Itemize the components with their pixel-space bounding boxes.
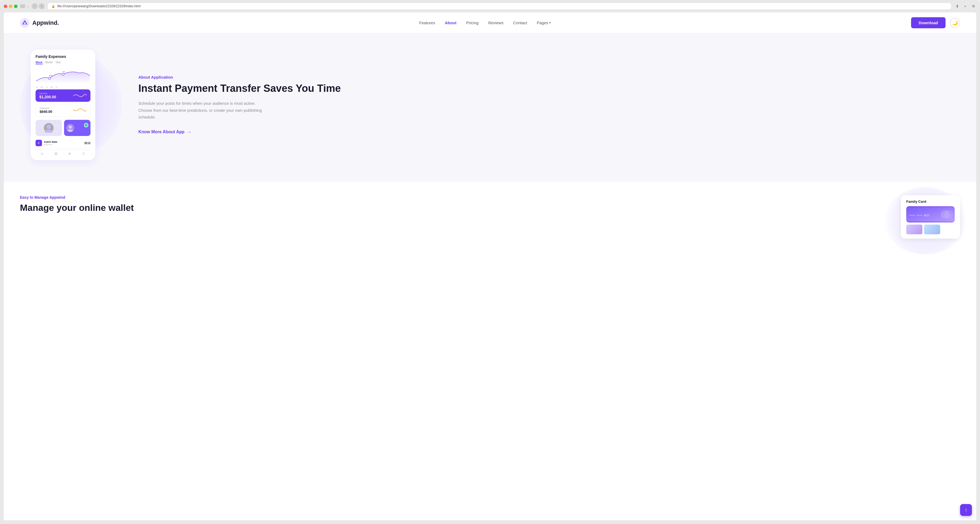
bottom-section-title: Manage your online wallet <box>20 202 482 213</box>
small-card-previews <box>906 225 955 234</box>
svg-text:x34: x34 <box>49 74 52 77</box>
split-view-icon[interactable]: ⧉ <box>970 3 976 9</box>
about-content: About Application Instant Payment Transf… <box>138 75 960 135</box>
transaction-sub: payment <box>44 143 84 146</box>
phone-ui: Family Expenses Week Month Year <box>31 49 95 160</box>
close-button[interactable] <box>4 5 7 8</box>
chart-area: x34 x9 <box>35 68 91 84</box>
phone-mockup-container: Family Expenses Week Month Year <box>20 49 122 160</box>
phone-tab-year[interactable]: Year <box>56 61 61 64</box>
phone-nav-home-icon[interactable]: ⌂ <box>41 151 43 155</box>
contact-card-2 <box>64 120 91 136</box>
phone-bottom-nav: ⌂ ▤ ◈ ⊙ <box>35 149 91 155</box>
income-card: Income $1,200.00 <box>35 89 91 102</box>
svg-point-3 <box>62 73 64 75</box>
about-section-desc: Schedule your posts for times when your … <box>138 100 267 121</box>
online-indicator <box>84 123 88 127</box>
transaction-name: Katrin Mate <box>44 140 84 143</box>
know-more-arrow-icon: → <box>186 129 191 135</box>
back-arrow[interactable]: ‹ <box>32 3 38 9</box>
svg-point-7 <box>68 126 72 129</box>
income-wave-icon <box>73 92 87 99</box>
know-more-label: Know More About App <box>138 129 185 134</box>
scroll-to-top-button[interactable]: ↑ <box>960 504 972 516</box>
main-content: Family Expenses Week Month Year <box>4 33 976 182</box>
contact-card-1 <box>35 120 62 136</box>
about-section-label: About Application <box>138 75 960 80</box>
svg-point-1 <box>48 77 51 80</box>
transaction-row: K Katrin Mate payment $112 <box>35 138 91 148</box>
add-tab-icon[interactable]: + <box>962 3 968 9</box>
bottom-left: Easy to Manage Appwind Manage your onlin… <box>20 195 482 213</box>
svg-point-8 <box>67 129 73 132</box>
forward-arrow[interactable]: › <box>39 3 45 9</box>
chart-svg: x34 x9 <box>35 68 91 84</box>
phone-nav-wallet-icon[interactable]: ◈ <box>68 151 71 155</box>
transaction-icon: K <box>35 140 42 146</box>
svg-point-5 <box>46 125 51 129</box>
logo[interactable]: Appwind. <box>20 18 59 28</box>
nav-pricing[interactable]: Pricing <box>466 21 479 25</box>
outcome-wave-icon <box>73 107 86 113</box>
chart-labels: Su Mo Tu We Th <box>35 86 91 88</box>
sidebar-toggle[interactable] <box>20 4 25 8</box>
outcome-value: $840.00 <box>40 110 52 114</box>
nav-reviews[interactable]: Reviews <box>488 21 503 25</box>
transaction-info: Katrin Mate payment <box>44 140 84 146</box>
browser-actions: ⬆ + ⧉ <box>954 3 976 9</box>
bottom-section: Easy to Manage Appwind Manage your onlin… <box>4 182 976 247</box>
url-bar[interactable]: 🔒 file:///Users/janewang/Downloads/22329… <box>48 3 951 10</box>
logo-icon <box>20 18 30 28</box>
phone-nav-chart-icon[interactable]: ▤ <box>54 151 57 155</box>
window-controls: ⌄ <box>20 4 29 8</box>
nav-features[interactable]: Features <box>419 21 435 25</box>
fullscreen-button[interactable] <box>14 5 18 8</box>
phone-tab-week[interactable]: Week <box>35 61 43 64</box>
card-visual: •••• •••• 4521 <box>906 206 955 222</box>
small-card-1 <box>906 225 923 234</box>
chevron-down-icon: ⌄ <box>27 5 29 8</box>
download-button[interactable]: Download <box>911 17 945 28</box>
nav-about[interactable]: About <box>445 21 457 25</box>
small-card-2 <box>924 225 940 234</box>
theme-toggle-button[interactable]: 🌙 <box>950 18 960 28</box>
browser-chrome: ⌄ ‹ › 🔒 file:///Users/janewang/Downloads… <box>0 0 980 524</box>
url-text: file:///Users/janewang/Downloads/22329/2… <box>57 4 140 8</box>
know-more-link[interactable]: Know More About App → <box>138 129 960 135</box>
logo-text: Appwind. <box>32 19 59 26</box>
nav-actions: Download 🌙 <box>911 17 960 28</box>
svg-point-11 <box>944 210 953 219</box>
about-section-title: Instant Payment Transfer Saves You Time <box>138 83 960 94</box>
phone-tabs: Week Month Year <box>35 61 91 64</box>
family-card-title: Family Card <box>906 199 955 204</box>
phone-nav-profile-icon[interactable]: ⊙ <box>82 151 85 155</box>
navbar: Appwind. Features About Pricing Reviews … <box>4 13 976 33</box>
share-icon[interactable]: ⬆ <box>954 3 960 9</box>
contact-avatar-2 <box>66 124 74 132</box>
traffic-lights <box>4 5 18 8</box>
phone-tab-month[interactable]: Month <box>45 61 53 64</box>
phone-header: Family Expenses <box>35 54 91 59</box>
browser-toolbar: ⌄ ‹ › 🔒 file:///Users/janewang/Downloads… <box>4 3 976 10</box>
svg-text:•••• •••• 4521: •••• •••• 4521 <box>909 214 930 217</box>
contacts-grid <box>35 120 91 136</box>
income-value: $1,200.00 <box>39 95 56 99</box>
nav-arrows: ‹ › <box>32 3 45 9</box>
income-label: Income <box>39 92 56 95</box>
nav-contact[interactable]: Contact <box>513 21 527 25</box>
transaction-amount: $112 <box>84 142 91 145</box>
svg-text:x9: x9 <box>62 70 65 73</box>
lock-icon: 🔒 <box>51 5 55 8</box>
minimize-button[interactable] <box>9 5 13 8</box>
bottom-right: Family Card ••• <box>498 195 960 239</box>
nav-pages[interactable]: Pages ▾ <box>537 21 551 25</box>
contact-avatar-1 <box>44 123 54 133</box>
chevron-down-icon: ▾ <box>549 21 551 24</box>
svg-point-0 <box>20 18 30 28</box>
browser-page: Appwind. Features About Pricing Reviews … <box>4 13 976 520</box>
nav-links: Features About Pricing Reviews Contact P… <box>419 21 551 25</box>
outcome-card: Outcome $840.00 <box>35 104 91 116</box>
bottom-section-label: Easy to Manage Appwind <box>20 195 482 199</box>
family-card: Family Card ••• <box>901 195 960 239</box>
about-section: Family Expenses Week Month Year <box>20 44 960 166</box>
